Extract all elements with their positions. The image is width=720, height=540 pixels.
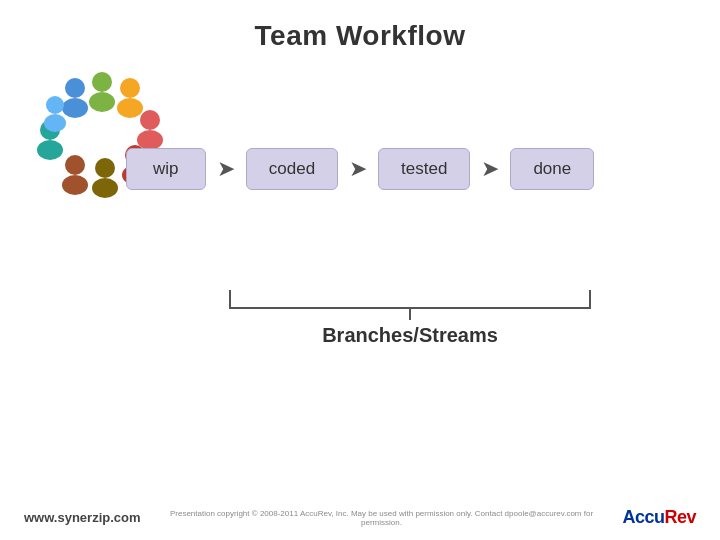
branches-label: Branches/Streams [322, 324, 498, 347]
svg-point-2 [92, 72, 112, 92]
svg-point-0 [65, 78, 85, 98]
arrow-1: ➤ [206, 157, 246, 181]
logo-accu: Accu [622, 507, 664, 527]
footer-copyright: Presentation copyright © 2008-2011 AccuR… [161, 509, 603, 527]
svg-point-5 [117, 98, 143, 118]
arrow-3: ➤ [470, 157, 510, 181]
svg-point-4 [120, 78, 140, 98]
svg-point-16 [46, 96, 64, 114]
arrow-2: ➤ [338, 157, 378, 181]
step-tested: tested [378, 148, 470, 190]
svg-point-17 [44, 114, 66, 132]
svg-point-3 [89, 92, 115, 112]
branches-section: Branches/Streams [180, 290, 640, 347]
svg-point-1 [62, 98, 88, 118]
workflow-row: wip ➤ coded ➤ tested ➤ done [0, 148, 720, 190]
step-coded: coded [246, 148, 338, 190]
svg-point-6 [140, 110, 160, 130]
slide-title: Team Workflow [0, 0, 720, 52]
step-wip: wip [126, 148, 206, 190]
footer: www.synerzip.com Presentation copyright … [0, 507, 720, 528]
bracket-line [220, 290, 600, 320]
footer-logo: AccuRev [622, 507, 696, 528]
team-illustration [20, 60, 180, 220]
slide-container: Team Workflow [0, 0, 720, 540]
logo-rev: Rev [664, 507, 696, 527]
footer-website: www.synerzip.com [24, 510, 141, 525]
step-done: done [510, 148, 594, 190]
bracket-container: Branches/Streams [180, 290, 640, 347]
